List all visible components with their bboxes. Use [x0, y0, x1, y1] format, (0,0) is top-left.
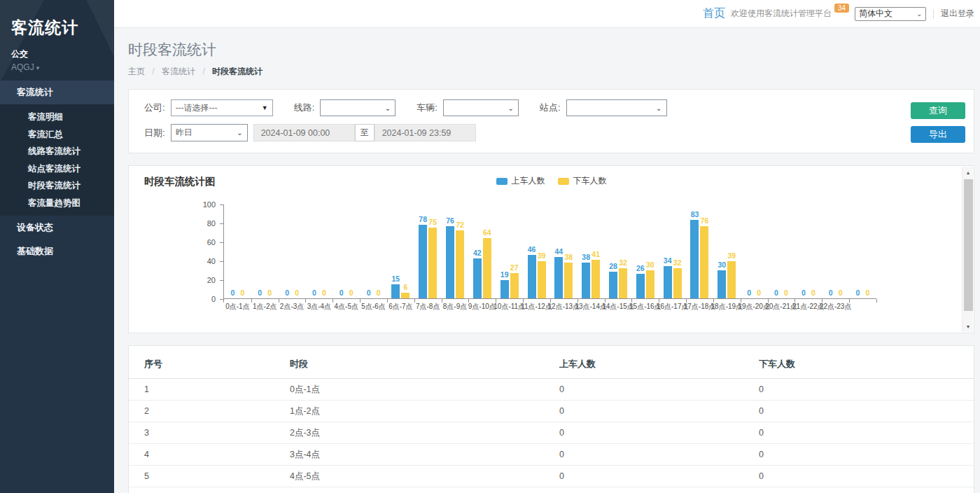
logout-link[interactable]: 退出登录: [941, 8, 974, 20]
chart-x-label: 8点-9点: [443, 302, 467, 312]
chart-bar: [646, 270, 654, 299]
chevron-down-icon: ⌄: [237, 129, 242, 137]
chart-y-label: 60: [207, 238, 216, 246]
chart-bar-value: 42: [473, 249, 482, 257]
table-cell: 3: [129, 422, 290, 444]
chart-group: 0021点-22点: [794, 204, 822, 298]
table-cell: 1点-2点: [290, 401, 559, 422]
home-link[interactable]: 首页: [703, 6, 725, 21]
chart-x-label: 2点-3点: [280, 302, 304, 312]
breadcrumb-separator: /: [202, 67, 204, 76]
chart-group: 0020点-21点: [768, 204, 795, 298]
chevron-down-icon: ⌄: [507, 104, 513, 112]
content: 时段客流统计 主页 / 客流统计 / 时段客流统计 公司: ---请选择---▼…: [114, 28, 980, 493]
chart-bar: [592, 260, 600, 298]
chart-bar: [500, 280, 509, 298]
chart-bar-value: 38: [582, 253, 590, 261]
breadcrumb-home[interactable]: 主页: [128, 67, 145, 76]
chevron-down-icon: ⌄: [385, 104, 391, 112]
sidebar: 客流统计 公交 AQGJ▾ 客流统计 客流明细客流汇总线路客流统计站点客流统计时…: [0, 0, 114, 493]
filter-panel: 公司: ---请选择---▼ 线路: ⌄ 车辆: ⌄ 站点: ⌄: [128, 89, 974, 153]
chart-bar-value: 0: [367, 289, 371, 297]
scroll-up-arrow-icon[interactable]: ▴: [962, 167, 974, 178]
scroll-down-arrow-icon[interactable]: ▾: [962, 321, 974, 332]
chart-group: 0022点-23点: [822, 204, 849, 298]
chart-bar: [538, 261, 546, 298]
chart-bar: [619, 268, 627, 298]
chart-vertical-scrollbar[interactable]: ▴ ▾: [962, 167, 973, 332]
chart-bar: [609, 272, 617, 298]
company-select[interactable]: ---请选择---▼: [171, 99, 273, 116]
company-label: 公司:: [144, 102, 165, 114]
breadcrumb-section[interactable]: 客流统计: [162, 67, 195, 76]
chevron-down-icon: ⌄: [656, 104, 662, 112]
chart-bar: [391, 284, 400, 298]
breadcrumb-separator: /: [152, 67, 154, 76]
sidebar-nav: 客流统计 客流明细客流汇总线路客流统计站点客流统计时段客流统计客流量趋势图 设备…: [0, 81, 114, 263]
table-cell: 5点-6点: [290, 487, 559, 493]
sidebar-subitem[interactable]: 客流量趋势图: [0, 195, 114, 212]
chart-header: 时段车流统计图 上车人数 下车人数: [129, 166, 974, 193]
chart-bar-value: 0: [784, 289, 788, 297]
legend-item-boarding[interactable]: 上车人数: [496, 175, 545, 187]
chart-group: 837617点-18点: [686, 204, 713, 298]
legend-swatch-yellow: [558, 178, 569, 185]
chart-bar-value: 44: [555, 247, 564, 256]
chart-bar-value: 0: [240, 289, 244, 297]
chart-group: 343216点-17点: [659, 204, 686, 298]
date-preset-select[interactable]: 昨日⌄: [171, 124, 248, 141]
language-select[interactable]: 简体中文 ⌄: [855, 7, 926, 21]
col-header-alighting: 下车人数: [759, 349, 974, 379]
date-start-input[interactable]: [253, 124, 355, 141]
main-area: 首页 欢迎使用客流统计管理平台 34 简体中文 ⌄ 退出登录 时段客流统计 主页…: [114, 0, 980, 493]
chart-group: 384113点-14点: [578, 204, 605, 298]
search-button[interactable]: 查询: [911, 102, 965, 119]
table-panel: 序号 时段 上车人数 下车人数 10点-1点0021点-2点0032点-3点00…: [128, 345, 974, 493]
chart-group: 00: [849, 204, 876, 298]
sidebar-subitem[interactable]: 线路客流统计: [0, 143, 114, 160]
col-header-index: 序号: [129, 349, 290, 379]
chart-bar-value: 32: [619, 258, 627, 267]
table-cell: 0: [559, 401, 759, 422]
date-end-input[interactable]: [374, 124, 476, 141]
table-cell: 6: [129, 487, 290, 493]
stats-table: 序号 时段 上车人数 下车人数 10点-1点0021点-2点0032点-3点00…: [129, 349, 974, 493]
chart-legend: 上车人数 下车人数: [496, 175, 607, 187]
sidebar-subitem[interactable]: 客流汇总: [0, 126, 114, 144]
table-cell: 0: [759, 487, 974, 493]
chart-bar: [636, 274, 645, 298]
sidebar-submenu: 客流明细客流汇总线路客流统计站点客流统计时段客流统计客流量趋势图: [0, 104, 114, 216]
chart-bar-value: 0: [774, 289, 778, 297]
vehicle-select[interactable]: ⌄: [443, 99, 519, 116]
chart-bar-value: 0: [747, 289, 751, 297]
sidebar-item-passenger-stats[interactable]: 客流统计: [0, 81, 114, 104]
table-cell: 0: [759, 466, 974, 487]
export-button[interactable]: 导出: [911, 126, 965, 143]
chart-bar-value: 15: [392, 275, 400, 283]
table-cell: 0: [759, 401, 974, 422]
chart-group: 463911点-12点: [523, 204, 550, 298]
line-select[interactable]: ⌄: [320, 99, 396, 116]
chart-group: 001点-2点: [251, 204, 279, 298]
chart-panel: 时段车流统计图 上车人数 下车人数 020406080100 000点-1点00…: [128, 165, 974, 333]
sidebar-subitem[interactable]: 客流明细: [0, 109, 114, 126]
sidebar-item-base-data[interactable]: 基础数据: [0, 239, 114, 263]
chart-bar-value: 0: [312, 289, 316, 297]
table-row: 10点-1点00: [129, 379, 974, 401]
account-dropdown[interactable]: AQGJ▾: [11, 62, 103, 72]
scrollbar-thumb[interactable]: [964, 179, 973, 311]
station-select[interactable]: ⌄: [566, 99, 667, 116]
chart-bar-value: 72: [456, 221, 464, 229]
table-cell: 0: [559, 444, 759, 466]
chart-bar-value: 0: [267, 289, 272, 297]
legend-item-alighting[interactable]: 下车人数: [558, 175, 607, 187]
sidebar-item-device-status[interactable]: 设备状态: [0, 216, 114, 239]
chart-bar: [446, 226, 454, 298]
sidebar-subitem[interactable]: 时段客流统计: [0, 177, 114, 195]
sidebar-subitem[interactable]: 站点客流统计: [0, 160, 114, 178]
chart-y-label: 20: [207, 276, 216, 284]
table-cell: 0: [759, 444, 974, 466]
chart-bar: [664, 266, 672, 298]
table-row: 54点-5点00: [129, 466, 974, 487]
chart-bar: [690, 220, 699, 298]
